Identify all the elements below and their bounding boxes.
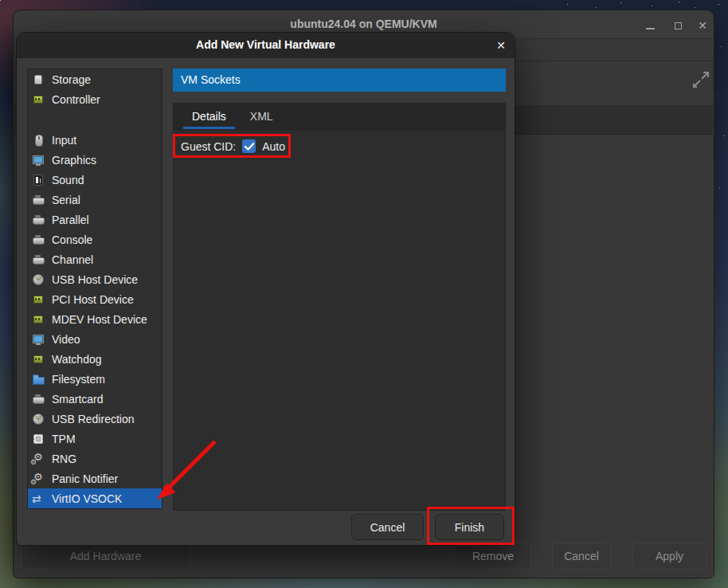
serial-port-icon [32,194,45,206]
maximize-button[interactable] [670,18,686,33]
sidebar-item-controller[interactable]: Controller [28,89,162,109]
parallel-port-icon [32,214,45,226]
smartcard-icon [32,393,45,406]
sidebar-item-channel[interactable]: Channel [28,249,162,269]
add-hardware-dialog: Add New Virtual Hardware ✕ Storage Contr… [16,32,515,546]
sidebar-item-label: Console [52,233,92,246]
sidebar-item-pci-host-device[interactable]: PCI Host Device [28,289,162,309]
gears-icon [32,453,45,465]
sidebar-item-watchdog[interactable]: Watchdog [28,349,162,369]
sidebar-item-label: Watchdog [52,353,102,366]
folder-icon [32,373,45,386]
dialog-title: Add New Virtual Hardware [17,38,515,51]
window-title: ubuntu24.04 on QEMU/KVM [14,18,714,30]
sidebar-item-label: Serial [52,194,80,206]
tab-xml[interactable]: XML [238,104,285,129]
auto-label: Auto [262,140,285,153]
sidebar-item-label: Storage [52,73,91,86]
fullscreen-icon[interactable] [691,69,711,90]
checkmark-icon [245,143,254,151]
sidebar-item-usb-redirection[interactable]: USB Redirection [28,409,162,429]
sidebar-item-sound[interactable]: Sound [28,170,162,190]
wallpaper-stars [0,0,1,1]
guest-cid-label: Guest CID: [181,140,236,153]
sidebar-item-label: TPM [52,433,76,445]
finish-button[interactable]: Finish [435,514,504,540]
sidebar-item-mdev-host-device[interactable]: MDEV Host Device [28,309,162,329]
sidebar-item-storage[interactable]: Storage [28,69,162,89]
sidebar-item-label: Graphics [52,154,96,167]
sidebar-item-label: Channel [52,253,93,266]
sidebar-item-panic-notifier[interactable]: Panic Notifier [28,468,162,488]
usb-icon [32,273,45,286]
sidebar-item-graphics[interactable]: Graphics [28,150,162,170]
swap-arrows-icon [32,492,45,505]
channel-port-icon [32,253,45,266]
sidebar-item-video[interactable]: Video [28,329,162,349]
sidebar-item-virtio-vsock[interactable]: VirtIO VSOCK [28,488,162,508]
guest-cid-row: Guest CID: Auto [174,130,505,153]
sidebar-spacer [28,109,162,130]
auto-checkbox[interactable] [242,139,256,153]
monitor-icon [32,333,45,346]
window-cancel-button[interactable]: Cancel [552,543,611,570]
circuit-board-icon [32,293,45,306]
circuit-board-icon [32,353,45,366]
usb-icon [32,413,45,425]
mouse-icon [32,134,45,147]
add-hardware-button[interactable]: Add Hardware [21,543,190,570]
gears-icon [32,472,45,485]
sidebar-item-input[interactable]: Input [28,130,162,150]
sidebar-item-label: VirtIO VSOCK [52,492,122,505]
remove-button[interactable]: Remove [455,543,531,570]
sidebar-item-label: USB Host Device [52,273,138,286]
sidebar-item-label: Video [52,333,80,346]
sidebar-item-label: Filesystem [52,373,105,386]
panel-header: VM Sockets [173,69,506,92]
sidebar-item-parallel[interactable]: Parallel [28,210,162,229]
hardware-type-list: Storage Controller Input Graphics Sound … [27,69,162,509]
circuit-board-icon [32,93,45,106]
sidebar-item-label: MDEV Host Device [52,313,147,326]
sidebar-item-label: Input [52,134,76,147]
chip-icon [32,433,45,445]
apply-button[interactable]: Apply [632,543,706,570]
disk-icon [32,73,45,86]
sidebar-item-console[interactable]: Console [28,229,162,249]
speaker-icon [32,174,45,186]
sidebar-item-tpm[interactable]: TPM [28,429,162,449]
maximize-icon [675,22,682,29]
sidebar-item-usb-host-device[interactable]: USB Host Device [28,269,162,289]
sidebar-item-label: Parallel [52,214,89,226]
dialog-cancel-button[interactable]: Cancel [351,514,424,540]
details-notebook: Details XML Guest CID: Auto [173,103,506,511]
sidebar-item-filesystem[interactable]: Filesystem [28,369,162,389]
sidebar-item-smartcard[interactable]: Smartcard [28,389,162,409]
circuit-board-icon [32,313,45,326]
sidebar-item-label: Panic Notifier [52,472,118,485]
dialog-close-button[interactable]: ✕ [492,37,510,54]
sidebar-item-label: RNG [52,453,76,465]
sidebar-item-label: Controller [52,93,100,106]
sidebar-item-rng[interactable]: RNG [28,449,162,468]
sidebar-item-label: PCI Host Device [52,293,134,306]
sidebar-item-label: Smartcard [52,393,104,406]
minimize-icon [646,28,655,29]
dialog-titlebar[interactable]: Add New Virtual Hardware ✕ [17,33,515,58]
console-port-icon [32,233,45,246]
monitor-icon [32,154,45,167]
close-button[interactable]: ✕ [695,18,710,33]
sidebar-item-label: Sound [52,174,84,186]
tab-strip: Details XML [174,104,505,130]
sidebar-item-label: USB Redirection [52,413,135,425]
minimize-button[interactable] [642,18,658,33]
sidebar-item-serial[interactable]: Serial [28,190,162,210]
tab-details[interactable]: Details [180,104,238,129]
